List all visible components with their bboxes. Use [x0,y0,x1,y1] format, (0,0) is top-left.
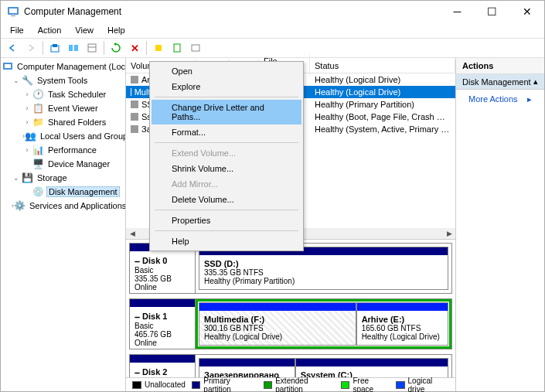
partition[interactable]: Зарезервировано сист500 MB NTFSHealthy (… [199,358,295,377]
up-button[interactable] [46,39,63,56]
event-icon: 📋 [32,102,44,114]
scroll-right-icon[interactable]: ▶ [443,228,455,239]
volume-icon [131,113,138,121]
close-button[interactable]: ✕ [509,1,544,22]
svg-rect-2 [11,15,15,16]
tree-shared-folders[interactable]: ›📁Shared Folders [2,115,124,129]
volume-icon [131,76,138,84]
context-menu: Open Explore Change Drive Letter and Pat… [149,61,304,251]
device-icon: 🖥️ [32,158,44,170]
partition[interactable]: SSD (D:)335.35 GB NTFSHealthy (Primary P… [199,247,448,290]
ctx-format[interactable]: Format... [152,124,301,140]
legend-unallocated-swatch [132,381,141,389]
svg-rect-11 [192,45,199,51]
actions-section[interactable]: Disk Management ▴ [456,74,544,90]
back-button[interactable] [4,39,21,56]
collapse-icon[interactable]: ▴ [533,77,538,87]
scroll-left-icon[interactable]: ◀ [126,228,138,239]
disk-icon: 💿 [32,186,44,198]
partition[interactable]: Arhive (E:)165.60 GB NTFSHealthy (Logica… [356,302,448,346]
expand-icon[interactable]: › [22,104,32,112]
computer-management-window: Computer Management ─ ☐ ✕ File Action Vi… [0,0,545,392]
ctx-shrink[interactable]: Shrink Volume... [152,161,301,176]
perf-icon: 📊 [32,144,44,156]
expand-icon[interactable]: › [22,118,32,126]
legend-free-swatch [341,381,350,389]
svg-rect-7 [88,44,96,52]
tree-services[interactable]: ›⚙️Services and Applications [2,199,124,213]
ctx-change-letter[interactable]: Change Drive Letter and Paths... [152,100,301,124]
disk-row: ‒ Disk 2 Basic 232.88 GB Online Зарезерв… [129,354,452,377]
collapse-icon[interactable]: ⌄ [12,77,21,84]
legend-logical-swatch [396,381,405,389]
titlebar: Computer Management ─ ☐ ✕ [1,1,544,22]
tree-performance[interactable]: ›📊Performance [2,143,124,157]
ctx-add-mirror: Add Mirror... [152,176,301,192]
middle-pane: Volume Layout Type File System Status Ar… [126,58,455,391]
svg-rect-13 [5,64,11,68]
legend: Unallocated Primary partition Extended p… [126,377,455,391]
menu-file[interactable]: File [4,24,30,36]
tree-pane[interactable]: Computer Management (Local ⌄ 🔧 System To… [1,58,126,391]
menu-view[interactable]: View [69,24,100,36]
ctx-extend: Extend Volume... [152,145,301,161]
tree-task-scheduler[interactable]: ›🕐Task Scheduler [2,87,124,101]
col-status[interactable]: Status [310,60,455,72]
menu-help[interactable]: Help [101,24,131,36]
svg-rect-4 [53,44,57,47]
tools-icon: 🔧 [21,74,33,87]
collapse-icon[interactable]: ⌄ [12,174,21,182]
list-view-icon[interactable] [187,39,204,56]
ctx-help[interactable]: Help [152,233,301,249]
mmc-icon [2,60,13,73]
tree-root[interactable]: Computer Management (Local [2,60,124,73]
folder-icon: 📁 [32,116,44,128]
services-icon: ⚙️ [14,199,26,212]
tree-storage[interactable]: ⌄💾Storage [2,171,124,185]
ctx-explore[interactable]: Explore [152,79,301,94]
users-icon: 👥 [25,130,36,142]
ctx-delete[interactable]: Delete Volume... [152,192,301,207]
tree-device-manager[interactable]: 🖥️Device Manager [2,157,124,171]
delete-icon[interactable]: ✕ [126,39,143,56]
tree-system-tools[interactable]: ⌄ 🔧 System Tools [2,73,124,87]
svg-rect-5 [69,45,73,51]
app-icon [7,5,19,18]
actions-more[interactable]: More Actions ▸ [456,90,544,108]
chevron-right-icon: ▸ [527,94,532,104]
properties-icon[interactable] [169,39,186,56]
partition[interactable]: Multimedia (F:)300.16 GB NTFSHealthy (Lo… [199,302,356,346]
tree-event-viewer[interactable]: ›📋Event Viewer [2,101,124,115]
ctx-open[interactable]: Open [152,63,301,79]
svg-rect-9 [155,45,162,51]
expand-icon[interactable]: › [22,90,32,98]
svg-rect-10 [174,44,180,52]
wizard-icon[interactable] [150,39,167,56]
disk-row: ‒ Disk 1 Basic 465.76 GB Online Multimed… [129,298,452,349]
window-title: Computer Management [24,6,440,17]
minimize-button[interactable]: ─ [440,1,475,22]
ctx-properties[interactable]: Properties [152,213,301,228]
tree-local-users[interactable]: ›👥Local Users and Groups [2,129,124,143]
partition[interactable]: Ssystem (C:)232.40 GB NTFSHealthy (Boot,… [295,358,448,377]
actions-header: Actions [456,58,544,74]
tree-disk-management[interactable]: 💿Disk Management [2,185,124,199]
menubar: File Action View Help [1,22,544,38]
refresh-button[interactable] [107,39,124,56]
clock-icon: 🕐 [32,88,44,101]
disk-map: ‒ Disk 0 Basic 335.35 GB Online SSD (D:)… [126,240,455,377]
actions-pane: Actions Disk Management ▴ More Actions ▸ [455,58,544,391]
show-hide-button[interactable] [65,39,82,56]
menu-action[interactable]: Action [32,24,68,36]
volume-icon [131,88,131,96]
legend-primary-swatch [192,381,201,389]
maximize-button[interactable]: ☐ [475,1,509,22]
options-button[interactable] [83,39,100,56]
disk-info[interactable]: ‒ Disk 2 Basic 232.88 GB Online [130,355,196,377]
expand-icon[interactable]: › [22,146,32,154]
forward-button[interactable] [22,39,39,56]
svg-rect-6 [74,45,78,51]
volume-icon [131,101,138,108]
disk-info[interactable]: ‒ Disk 1 Basic 465.76 GB Online [130,299,196,349]
svg-rect-1 [9,9,17,13]
